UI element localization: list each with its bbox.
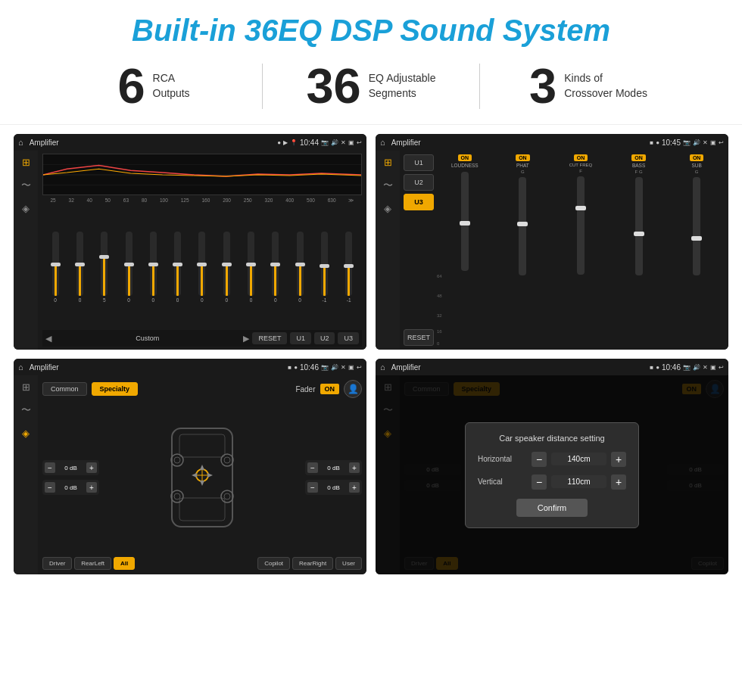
stat-rca: 6 RCA Outputs: [45, 61, 262, 110]
prev-icon[interactable]: ◀: [45, 334, 51, 344]
rear-right-btn[interactable]: RearRight: [292, 557, 333, 570]
eq-slider-col: 0: [248, 232, 254, 303]
fader-buttons: Driver RearLeft All Copilot RearRight Us…: [42, 557, 362, 570]
sp-nav-icon-2[interactable]: ◈: [384, 203, 391, 214]
status-bar-2: ⌂ Amplifier ■● 10:45 📷🔊✕▣↩: [376, 134, 728, 151]
vol-plus-fl[interactable]: +: [86, 462, 97, 473]
svg-point-11: [174, 493, 180, 499]
u3-btn-1[interactable]: U3: [338, 332, 359, 344]
vol-minus-fl[interactable]: −: [45, 462, 55, 473]
u2-preset[interactable]: U2: [404, 174, 434, 191]
specialty-tab[interactable]: Specialty: [92, 382, 139, 396]
vol-minus-rl[interactable]: −: [45, 482, 55, 493]
home-icon-2[interactable]: ⌂: [380, 138, 385, 147]
rear-left-btn[interactable]: RearLeft: [74, 557, 111, 570]
vol-minus-fr[interactable]: −: [307, 462, 318, 473]
eq-freq-labels: 25 32 40 50 63 80 100 125 160 200 250 32…: [42, 198, 362, 204]
eq-slider-col: 0: [76, 232, 83, 303]
next-icon[interactable]: ▶: [243, 334, 249, 344]
vol-plus-rr[interactable]: +: [349, 482, 360, 493]
fader-on-badge: ON: [320, 384, 340, 394]
horizontal-minus[interactable]: −: [532, 452, 547, 467]
fader-body: − 0 dB + − 0 dB +: [42, 402, 362, 553]
sp-nav-icon-3[interactable]: ◈: [22, 428, 30, 439]
fader-main: Common Specialty Fader ON 👤 − 0 dB +: [38, 375, 366, 574]
eq-custom-label: Custom: [55, 334, 240, 342]
eq-nav-icon-3[interactable]: ⊞: [22, 381, 30, 393]
svg-point-6: [171, 454, 183, 466]
pin-icon-1: 📍: [290, 139, 298, 146]
dialog-horizontal-row: Horizontal − 140cm +: [478, 452, 626, 467]
status-icons-4: ■● 10:46 📷🔊✕▣↩: [650, 363, 724, 372]
u1-preset[interactable]: U1: [404, 154, 434, 171]
home-icon-3[interactable]: ⌂: [18, 362, 23, 372]
reset-btn-1[interactable]: RESET: [252, 332, 287, 344]
status-bar-3: ⌂ Amplifier ■● 10:46 📷🔊✕▣↩: [14, 359, 366, 375]
dialog-title: Car speaker distance setting: [478, 434, 626, 443]
eq-slider-col: 0: [52, 232, 59, 303]
vol-val-rl: 0 dB: [57, 484, 85, 491]
home-icon-1[interactable]: ⌂: [18, 138, 23, 147]
user-profile-icon[interactable]: 👤: [344, 380, 362, 398]
amplifier-title-2: Amplifier: [391, 138, 647, 147]
user-btn[interactable]: User: [335, 557, 362, 570]
svg-point-10: [171, 490, 183, 502]
screen-dialog: ⌂ Amplifier ■● 10:46 📷🔊✕▣↩ ⊞ 〜 ◈ Common …: [376, 359, 728, 574]
horizontal-plus[interactable]: +: [611, 452, 626, 467]
wave-nav-icon-3[interactable]: 〜: [21, 403, 31, 417]
vertical-label: Vertical: [478, 478, 527, 486]
wave-nav-icon-2[interactable]: 〜: [383, 179, 393, 192]
stat-number-crossover: 3: [529, 61, 556, 110]
screen-eq: ⌂ Amplifier ● ▶ 📍 10:44 📷 🔊 ✕ ▣ ↩ ⊞ 〜 ◈: [14, 134, 366, 350]
vertical-minus[interactable]: −: [532, 474, 547, 490]
svg-rect-5: [179, 498, 225, 521]
eq-nav-icon-2[interactable]: ⊞: [384, 157, 392, 168]
eq-slider-col: 0: [272, 232, 279, 303]
vol-val-rr: 0 dB: [320, 484, 348, 491]
u3-preset[interactable]: U3: [404, 194, 434, 210]
reset-btn-2[interactable]: RESET: [404, 329, 434, 346]
u1-btn-1[interactable]: U1: [290, 332, 311, 344]
vol-minus-rr[interactable]: −: [307, 482, 318, 493]
mixer-channels: ON LOUDNESS 644832160 ON PHAT G: [437, 154, 725, 346]
svg-point-8: [221, 454, 233, 466]
speaker-nav-icon[interactable]: ◈: [22, 203, 30, 214]
vol-plus-rl[interactable]: +: [86, 482, 97, 493]
amplifier-title-1: Amplifier: [30, 138, 274, 147]
page-header: Built-in 36EQ DSP Sound System: [0, 0, 742, 54]
copilot-btn[interactable]: Copilot: [257, 557, 290, 570]
vertical-plus[interactable]: +: [611, 474, 626, 490]
amplifier-title-3: Amplifier: [30, 363, 285, 372]
vol-row-fr: − 0 dB +: [305, 460, 362, 475]
svg-marker-19: [192, 473, 197, 478]
svg-marker-20: [207, 473, 213, 478]
eq-nav-icon[interactable]: ⊞: [22, 157, 30, 168]
channel-bass: ON BASS F G: [611, 154, 667, 346]
status-icons-2: ■● 10:45 📷🔊✕▣↩: [650, 138, 724, 147]
confirm-button[interactable]: Confirm: [516, 499, 588, 517]
eq-main: 25 32 40 50 63 80 100 125 160 200 250 32…: [38, 151, 366, 350]
fader-right-vols: − 0 dB + − 0 dB +: [305, 402, 362, 553]
side-nav-2: ⊞ 〜 ◈: [376, 151, 400, 350]
wave-nav-icon[interactable]: 〜: [21, 179, 31, 192]
u2-btn-1[interactable]: U2: [314, 332, 335, 344]
amplifier-title-4: Amplifier: [391, 363, 647, 372]
stat-number-eq: 36: [306, 61, 360, 110]
vol-row-rl: − 0 dB +: [42, 480, 99, 495]
svg-point-13: [224, 493, 230, 499]
play-icon-1: ▶: [283, 139, 288, 146]
channel-sub: ON SUB G: [669, 154, 725, 346]
home-icon-4[interactable]: ⌂: [380, 362, 385, 372]
eq-slider-col: 0: [150, 232, 157, 303]
common-tab[interactable]: Common: [42, 382, 87, 396]
stat-eq: 36 EQ Adjustable Segments: [263, 61, 479, 110]
vol-plus-fr[interactable]: +: [349, 462, 360, 473]
stat-label-rca: RCA Outputs: [153, 71, 190, 101]
status-bar-1: ⌂ Amplifier ● ▶ 📍 10:44 📷 🔊 ✕ ▣ ↩: [14, 134, 366, 151]
driver-btn[interactable]: Driver: [42, 557, 72, 570]
fader-label: Fader: [295, 385, 315, 394]
fader-tabs: Common Specialty Fader ON 👤: [42, 380, 362, 398]
vol-val-fr: 0 dB: [320, 465, 348, 471]
all-btn[interactable]: All: [114, 557, 135, 570]
screen-fader: ⌂ Amplifier ■● 10:46 📷🔊✕▣↩ ⊞ 〜 ◈ Common …: [14, 359, 366, 574]
